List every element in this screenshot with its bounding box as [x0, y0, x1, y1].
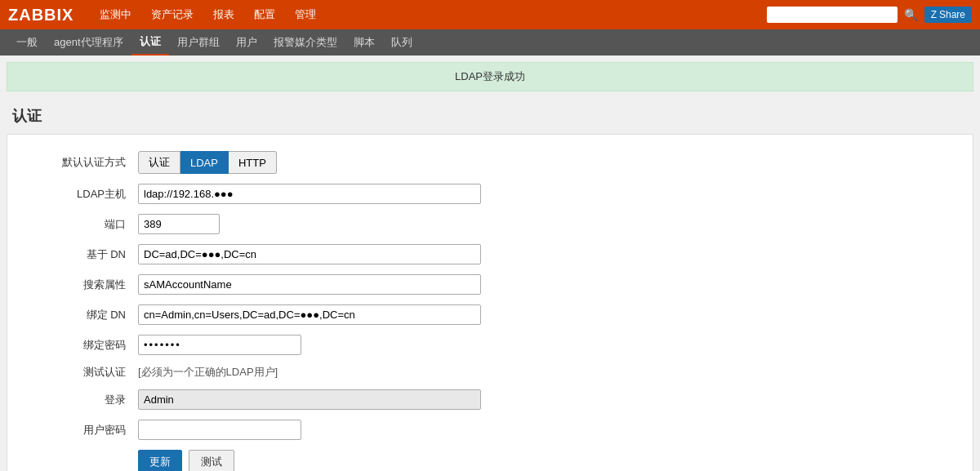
- success-message: LDAP登录成功: [7, 62, 973, 91]
- login-label: 登录: [24, 393, 138, 407]
- auth-btn-http[interactable]: HTTP: [229, 151, 277, 174]
- port-row: 端口: [24, 214, 956, 234]
- default-auth-label: 默认认证方式: [24, 155, 138, 170]
- default-auth-row: 默认认证方式 认证 LDAP HTTP: [24, 151, 956, 174]
- nav-item-admin[interactable]: 管理: [285, 0, 326, 29]
- bind-dn-input[interactable]: [138, 304, 481, 325]
- base-dn-label: 基于 DN: [24, 247, 138, 262]
- login-input[interactable]: [138, 389, 481, 410]
- user-pwd-input[interactable]: [138, 420, 301, 440]
- auth-method-buttons: 认证 LDAP HTTP: [138, 151, 277, 174]
- top-nav-items: 监测中 资产记录 报表 配置 管理: [90, 0, 766, 29]
- nav-item-assets[interactable]: 资产记录: [141, 0, 203, 29]
- sec-nav-scripts[interactable]: 脚本: [345, 29, 383, 56]
- ldap-host-label: LDAP主机: [24, 187, 138, 202]
- page-title: 认证: [0, 98, 980, 134]
- auth-form: 默认认证方式 认证 LDAP HTTP LDAP主机 端口 基于 DN 搜索属性…: [7, 134, 973, 471]
- sec-nav-general[interactable]: 一般: [8, 29, 46, 56]
- secondary-navigation: 一般 agent代理程序 认证 用户群组 用户 报警媒介类型 脚本 队列: [0, 29, 980, 56]
- sec-nav-usergroups[interactable]: 用户群组: [169, 29, 228, 56]
- ldap-host-input[interactable]: [138, 184, 481, 204]
- auth-btn-cert[interactable]: 认证: [138, 151, 180, 174]
- sec-nav-agent[interactable]: agent代理程序: [46, 29, 131, 56]
- share-icon: Z: [931, 9, 937, 20]
- base-dn-row: 基于 DN: [24, 244, 956, 264]
- action-buttons: 更新 测试: [138, 450, 956, 471]
- search-input[interactable]: [767, 7, 898, 23]
- port-label: 端口: [24, 217, 138, 232]
- user-pwd-label: 用户密码: [24, 423, 138, 438]
- share-label: Share: [939, 9, 965, 20]
- update-button[interactable]: 更新: [138, 450, 182, 471]
- sec-nav-users[interactable]: 用户: [228, 29, 265, 56]
- search-attr-row: 搜索属性: [24, 274, 956, 295]
- top-navigation: ZABBIX 监测中 资产记录 报表 配置 管理 🔍 Z Share: [0, 0, 980, 29]
- bind-pwd-row: 绑定密码: [24, 335, 956, 355]
- test-auth-note: [必须为一个正确的LDAP用户]: [138, 365, 278, 380]
- test-button[interactable]: 测试: [189, 450, 234, 471]
- login-row: 登录: [24, 389, 956, 410]
- bind-dn-label: 绑定 DN: [24, 308, 138, 322]
- nav-item-config[interactable]: 配置: [244, 0, 285, 29]
- nav-item-reports[interactable]: 报表: [203, 0, 244, 29]
- share-button[interactable]: Z Share: [924, 7, 972, 23]
- nav-item-monitor[interactable]: 监测中: [90, 0, 141, 29]
- user-pwd-row: 用户密码: [24, 420, 956, 440]
- bind-pwd-label: 绑定密码: [24, 338, 138, 353]
- ldap-host-row: LDAP主机: [24, 184, 956, 204]
- sec-nav-media[interactable]: 报警媒介类型: [265, 29, 345, 56]
- search-attr-input[interactable]: [138, 274, 481, 295]
- port-input[interactable]: [138, 214, 220, 234]
- auth-btn-ldap[interactable]: LDAP: [180, 151, 229, 174]
- bind-dn-row: 绑定 DN: [24, 304, 956, 325]
- base-dn-input[interactable]: [138, 244, 481, 264]
- sec-nav-queue[interactable]: 队列: [383, 29, 421, 56]
- sec-nav-auth[interactable]: 认证: [131, 29, 169, 56]
- test-auth-row: 测试认证 [必须为一个正确的LDAP用户]: [24, 365, 956, 380]
- bind-pwd-input[interactable]: [138, 335, 301, 355]
- top-nav-right: 🔍 Z Share: [767, 7, 972, 23]
- search-icon[interactable]: 🔍: [904, 8, 918, 21]
- logo-text: ZABBIX: [8, 6, 74, 24]
- test-auth-field-label: 测试认证: [24, 365, 138, 380]
- search-attr-label: 搜索属性: [24, 278, 138, 292]
- logo: ZABBIX: [8, 6, 74, 24]
